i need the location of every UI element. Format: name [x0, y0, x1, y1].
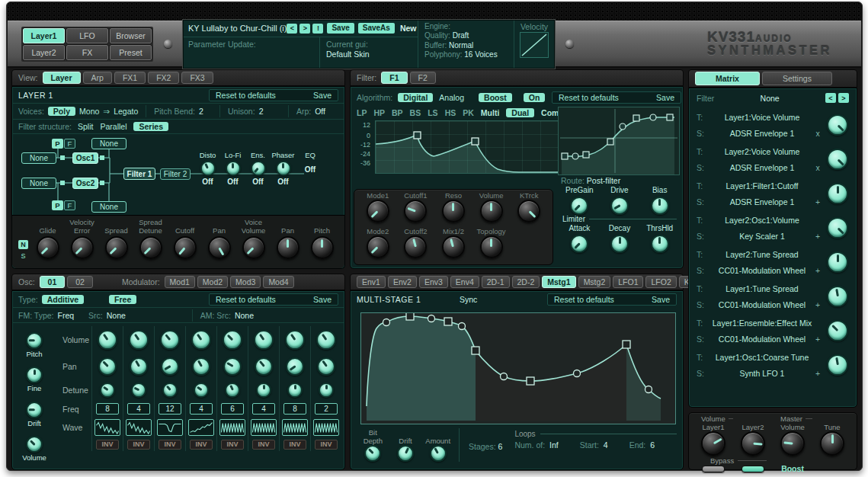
tab-mod1[interactable]: Mod1 — [165, 276, 195, 288]
quality-value[interactable]: Draft — [453, 31, 469, 40]
knob[interactable] — [430, 445, 447, 462]
p-button[interactable]: P — [52, 139, 63, 149]
ftype-dual[interactable]: Dual — [506, 108, 534, 117]
source-value[interactable]: ADSR Envelope 1 — [712, 163, 812, 172]
freq-value[interactable]: 4 — [252, 403, 275, 415]
knob[interactable] — [225, 383, 240, 398]
voices-poly-button[interactable]: Poly — [48, 107, 75, 116]
knob[interactable] — [651, 235, 669, 253]
mod-slot-osc1[interactable]: None — [21, 152, 56, 164]
tab-mod4[interactable]: Mod4 — [263, 276, 293, 288]
invert-button[interactable]: INV — [221, 440, 244, 450]
invert-button[interactable]: INV — [96, 440, 119, 450]
invert-button[interactable]: INV — [283, 440, 306, 450]
knob[interactable] — [242, 236, 265, 259]
op-value[interactable]: + — [812, 300, 823, 309]
voices-legato-button[interactable]: Legato — [114, 107, 138, 116]
knob[interactable] — [223, 330, 242, 350]
knob[interactable] — [827, 183, 848, 204]
save-button[interactable]: Save — [313, 91, 332, 100]
knob[interactable] — [285, 330, 305, 350]
knob[interactable] — [98, 357, 117, 376]
knob[interactable] — [174, 236, 197, 259]
knob[interactable] — [780, 431, 805, 456]
ftype-bs[interactable]: BS — [410, 108, 421, 117]
saveas-button[interactable]: SaveAs — [358, 23, 395, 34]
ftype-hs[interactable]: HS — [445, 108, 456, 117]
knob[interactable] — [71, 236, 94, 259]
wave-display[interactable] — [251, 419, 277, 436]
envelope-graph[interactable] — [360, 312, 676, 424]
knob[interactable] — [651, 197, 669, 215]
alg-digital[interactable]: Digital — [398, 93, 433, 102]
ftype-ls[interactable]: LS — [428, 108, 437, 117]
fm-src-value[interactable]: None — [107, 311, 126, 320]
tab-mstg1[interactable]: Mstg1 — [542, 276, 575, 288]
save-button[interactable]: Save — [656, 93, 674, 102]
op-value[interactable]: x — [812, 129, 823, 138]
knob[interactable] — [367, 200, 389, 222]
knob[interactable] — [827, 217, 848, 238]
knob[interactable] — [570, 235, 588, 253]
target-value[interactable]: Layer1:Osc1:Coarse Tune — [712, 353, 812, 362]
knob[interactable] — [26, 436, 43, 453]
preset-alert-button[interactable]: ! — [312, 24, 323, 34]
op-value[interactable]: + — [812, 266, 823, 275]
knob[interactable] — [442, 235, 465, 258]
invert-button[interactable]: INV — [159, 440, 181, 450]
boost-label[interactable]: Boost — [781, 464, 804, 473]
f-button[interactable]: F — [64, 200, 75, 210]
knob[interactable] — [26, 402, 43, 418]
wave-display[interactable] — [313, 419, 339, 436]
ftype-pk[interactable]: PK — [463, 108, 474, 117]
target-value[interactable]: Layer2:Tune Spread — [712, 250, 812, 259]
velocity-curve[interactable] — [520, 32, 549, 58]
osc2-box[interactable]: Osc2 — [72, 178, 98, 189]
knob[interactable] — [191, 330, 211, 350]
reset-defaults-button[interactable]: Reset to defaults — [554, 295, 614, 304]
filter1-box[interactable]: Filter 1 — [123, 168, 155, 180]
tab-arp[interactable]: Arp — [83, 72, 112, 84]
target-value[interactable]: Layer1:Tune Spread — [712, 284, 812, 293]
voices-mono-button[interactable]: Mono — [79, 107, 99, 116]
tab-f1[interactable]: F1 — [381, 72, 407, 84]
tab-env2[interactable]: Env2 — [388, 276, 417, 288]
target-value[interactable]: Layer2:Voice Volume — [712, 147, 812, 156]
knob[interactable] — [827, 286, 848, 307]
stages-value[interactable]: 6 — [498, 442, 503, 451]
source-value[interactable]: Synth LFO 1 — [712, 369, 812, 378]
op-value[interactable]: + — [812, 197, 823, 206]
knob[interactable] — [827, 251, 848, 273]
polyphony-value[interactable]: 16 Voices — [464, 50, 497, 59]
preset-next-button[interactable]: > — [299, 24, 310, 34]
f-button[interactable]: F — [64, 139, 75, 149]
eq-value[interactable]: Off — [305, 165, 315, 174]
fm-type-value[interactable]: Freq — [58, 311, 75, 320]
knob[interactable] — [208, 236, 231, 259]
tab-lfo1[interactable]: LFO1 — [613, 276, 643, 288]
op-value[interactable]: + — [812, 335, 823, 344]
knob[interactable] — [311, 236, 334, 259]
source-value[interactable]: Key Scaler 1 — [712, 232, 812, 241]
fx-value[interactable]: Off — [227, 178, 238, 187]
knob[interactable] — [130, 357, 148, 376]
target-value[interactable]: Layer2:Osc1:Volume — [712, 216, 812, 225]
buffer-value[interactable]: Normal — [449, 41, 473, 50]
knob[interactable] — [98, 330, 117, 350]
knob[interactable] — [404, 200, 427, 222]
fstruct-series[interactable]: Series — [133, 122, 168, 131]
knob[interactable] — [319, 383, 334, 398]
tab-f2[interactable]: F2 — [410, 72, 436, 84]
loops-numof-value[interactable]: Inf — [549, 440, 559, 450]
freq-value[interactable]: 12 — [159, 403, 181, 415]
on-button[interactable]: On — [524, 93, 546, 102]
tab-2d-1[interactable]: 2D-1 — [482, 276, 510, 288]
tab-01[interactable]: 01 — [40, 276, 66, 288]
knob[interactable] — [251, 161, 266, 176]
matrix-prev-button[interactable]: < — [825, 93, 836, 103]
mod-slot-osc2[interactable]: None — [21, 178, 56, 189]
alg-analog[interactable]: Analog — [439, 93, 464, 102]
tab-env4[interactable]: Env4 — [450, 276, 479, 288]
knob[interactable] — [255, 357, 273, 376]
tab-fx1[interactable]: FX1 — [114, 72, 146, 84]
